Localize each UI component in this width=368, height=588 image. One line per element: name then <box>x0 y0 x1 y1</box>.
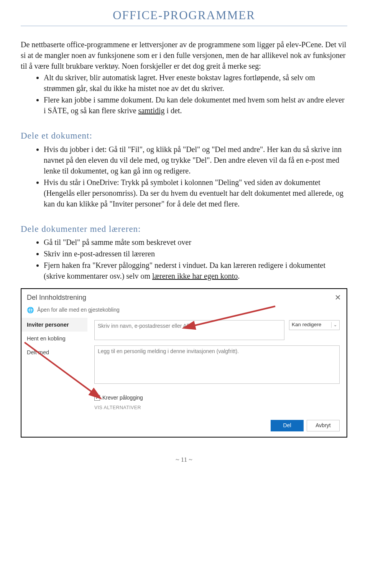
require-login-checkbox[interactable]: ✓ <box>94 395 100 401</box>
bullet-uncheck-login: Fjern haken fra "Krever pålogging" neder… <box>44 260 347 281</box>
cancel-button[interactable]: Avbryt <box>307 420 340 431</box>
heading-share-teacher: Dele dokumenter med læreren: <box>21 223 347 235</box>
dialog-title: Del Innholdstrening <box>27 293 86 302</box>
page-title: OFFICE-PROGRAMMER <box>21 0 347 26</box>
title-divider <box>21 26 347 26</box>
bullet-collab-b: i det. <box>165 106 182 115</box>
bullet-uncheck-b: . <box>238 272 240 280</box>
dialog-body: Inviter personer Hent en kobling Delt me… <box>21 318 347 437</box>
intro-paragraph: De nettbaserte office-programmene er let… <box>21 39 347 71</box>
globe-icon: 🌐 <box>27 307 34 313</box>
share-scope-row[interactable]: 🌐 Åpen for alle med en gjestekobling <box>21 306 347 318</box>
permission-label: Kan redigere <box>292 321 321 329</box>
dialog-button-row: Del Avbryt <box>94 420 340 431</box>
show-alternatives-link[interactable]: VIS ALTERNATIVER <box>94 405 340 411</box>
nav-shared-with[interactable]: Delt med <box>21 345 87 359</box>
nav-invite-people[interactable]: Inviter personer <box>21 318 87 332</box>
bullet-collab: Flere kan jobbe i samme dokument. Du kan… <box>44 94 347 116</box>
nav-get-link[interactable]: Hent en kobling <box>21 332 87 345</box>
permission-select[interactable]: Kan redigere ⌄ <box>289 320 340 330</box>
dialog-sidebar: Inviter personer Hent en kobling Delt me… <box>21 318 87 437</box>
share-dialog: Del Innholdstrening ✕ 🌐 Åpen for alle me… <box>21 288 347 438</box>
bullet-share-onedrive: Hvis du står i OneDrive: Trykk på symbol… <box>44 177 347 209</box>
bullet-share-in-doc: Hvis du jobber i det: Gå til "Fil", og k… <box>44 144 347 176</box>
bullet-uncheck-underline: læreren ikke har egen konto <box>152 272 238 280</box>
bullet-enter-email: Skriv inn e-post-adressen til læreren <box>44 248 347 259</box>
require-login-row[interactable]: ✓ Krever pålogging <box>94 394 340 402</box>
dialog-header: Del Innholdstrening ✕ <box>21 289 347 306</box>
bullet-collab-a: Flere kan jobbe i samme dokument. Du kan… <box>44 96 345 115</box>
invite-row: Kan redigere ⌄ <box>94 320 340 340</box>
chevron-down-icon: ⌄ <box>331 322 337 328</box>
page-number: ~ 11 ~ <box>21 455 347 464</box>
bullet-collab-underline: samtidig <box>138 106 165 115</box>
heading-share-doc: Dele et dokument: <box>21 130 347 142</box>
share-button[interactable]: Del <box>271 420 304 431</box>
close-icon[interactable]: ✕ <box>335 294 341 301</box>
intro-section: De nettbaserte office-programmene er let… <box>21 39 347 116</box>
share-scope-label: Åpen for alle med en gjestekobling <box>37 306 120 314</box>
bullet-autosave: Alt du skriver, blir automatisk lagret. … <box>44 72 347 94</box>
share-doc-bullets: Hvis du jobber i det: Gå til "Fil", og k… <box>21 144 347 209</box>
bullet-goto-del: Gå til "Del" på samme måte som beskrevet… <box>44 237 347 248</box>
intro-bullets: Alt du skriver, blir automatisk lagret. … <box>21 72 347 116</box>
share-teacher-bullets: Gå til "Del" på samme måte som beskrevet… <box>21 237 347 281</box>
invite-message-input[interactable] <box>94 345 340 384</box>
invite-names-input[interactable] <box>94 320 284 340</box>
dialog-main: Kan redigere ⌄ ✓ Krever pålogging VIS AL… <box>87 318 347 437</box>
require-login-label: Krever pålogging <box>102 394 143 402</box>
